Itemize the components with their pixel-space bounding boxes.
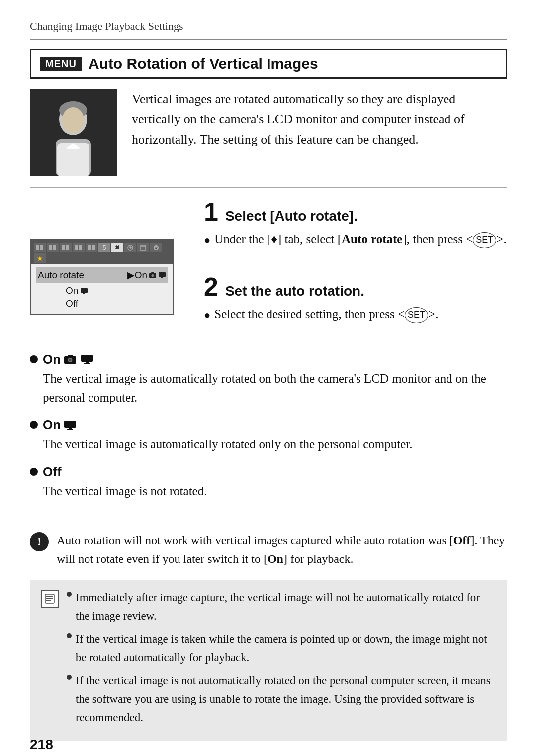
menu-item-label: Auto rotate (38, 270, 84, 281)
svg-rect-37 (69, 428, 72, 429)
option-bullet-1 (30, 355, 38, 363)
info-text-3: If the vertical image is not automatical… (76, 672, 496, 727)
svg-point-22 (152, 274, 154, 277)
step-1-bullet-text: Under the [♦] tab, select [Auto rotate],… (214, 230, 506, 249)
intro-image (30, 89, 117, 176)
svg-point-32 (69, 359, 72, 361)
svg-rect-34 (86, 362, 89, 363)
option-content-3: Off The vertical image is not rotated. (43, 464, 507, 501)
option-label-3: Off (43, 464, 62, 480)
svg-point-19 (154, 245, 159, 250)
step-2-title: Set the auto rotation. (225, 283, 364, 299)
info-icon-box (41, 590, 59, 608)
option-label-2: On (43, 418, 61, 433)
camera-menu-body: Auto rotate ▶On On (31, 264, 173, 314)
info-list-item: If the vertical image is not automatical… (67, 672, 496, 727)
steps-right: 1 Select [Auto rotate]. ● Under the [♦] … (189, 199, 507, 338)
options-section: On The vertical image is automatically r… (30, 352, 507, 501)
menu-item-value: ▶On (127, 269, 166, 281)
svg-rect-25 (160, 278, 164, 278)
option-desc-3: The vertical image is not rotated. (43, 482, 507, 501)
step-1-number: 1 (204, 199, 218, 225)
svg-rect-14 (79, 245, 82, 250)
warning-note: ! Auto rotation will not work with verti… (30, 519, 507, 568)
svg-rect-18 (141, 245, 146, 250)
intro-text: Vertical images are rotated automaticall… (132, 89, 507, 150)
svg-point-4 (62, 107, 84, 133)
page-number: 218 (30, 737, 53, 753)
intro-section: Vertical images are rotated automaticall… (30, 89, 507, 188)
svg-rect-38 (67, 429, 73, 430)
step-2-number: 2 (204, 274, 218, 300)
info-list-item: Immediately after image capture, the ver… (67, 589, 496, 626)
option-bullet-3 (30, 468, 38, 476)
step-2: 2 Set the auto rotation. ● Select the de… (204, 274, 507, 324)
svg-rect-36 (64, 421, 76, 428)
svg-rect-7 (36, 245, 39, 250)
svg-rect-10 (53, 245, 56, 250)
step-1-bullet-dot: ● (204, 232, 210, 249)
svg-rect-9 (49, 245, 52, 250)
option-content-1: On The vertical image is automatically r… (43, 352, 507, 408)
top-divider (30, 39, 507, 40)
step-1: 1 Select [Auto rotate]. ● Under the [♦] … (204, 199, 507, 249)
section-title-bar: MENU Auto Rotation of Vertical Images (30, 49, 507, 79)
info-icon (41, 590, 59, 608)
steps-left: 5 ★ (30, 199, 189, 338)
warning-icon: ! (30, 532, 49, 551)
info-text-2: If the vertical image is taken while the… (76, 630, 496, 667)
svg-rect-35 (84, 363, 90, 364)
section-title: Auto Rotation of Vertical Images (89, 55, 318, 72)
monitor-icon-2 (64, 420, 77, 430)
step-2-bullet-dot: ● (204, 307, 210, 324)
option-heading-2: On (43, 418, 507, 433)
svg-rect-23 (159, 272, 166, 277)
info-dot-3 (67, 675, 72, 680)
svg-rect-30 (68, 355, 73, 357)
info-list-item: If the vertical image is taken while the… (67, 630, 496, 667)
option-heading-3: Off (43, 464, 507, 480)
svg-rect-16 (92, 245, 95, 250)
camera-icon (64, 354, 77, 364)
steps-section: 5 ★ (30, 199, 507, 338)
info-list: Immediately after image capture, the ver… (67, 589, 496, 732)
option-item-off: Off The vertical image is not rotated. (30, 464, 507, 501)
option-bullet-2 (30, 421, 38, 429)
svg-rect-12 (66, 245, 69, 250)
svg-rect-13 (75, 245, 78, 250)
monitor-icon-1 (81, 354, 93, 364)
svg-rect-21 (151, 272, 154, 274)
camera-menu: 5 ★ (30, 239, 174, 315)
option-heading-1: On (43, 352, 507, 367)
info-dot-2 (67, 633, 72, 638)
option-item-on-monitor: On The vertical image is automatically r… (30, 418, 507, 454)
menu-badge: MENU (40, 57, 82, 71)
info-dot-1 (67, 592, 72, 597)
info-note: Immediately after image capture, the ver… (30, 580, 507, 741)
svg-rect-15 (88, 245, 91, 250)
svg-rect-28 (82, 294, 86, 294)
svg-rect-33 (81, 355, 93, 362)
step-2-bullet-text: Select the desired setting, then press <… (214, 305, 438, 324)
svg-rect-11 (62, 245, 65, 250)
camera-menu-tabs: 5 ★ (31, 240, 173, 264)
option-content-2: On The vertical image is automatically r… (43, 418, 507, 454)
step-1-body: ● Under the [♦] tab, select [Auto rotate… (204, 230, 507, 249)
option-desc-1: The vertical image is automatically rota… (43, 369, 507, 408)
option-item-on-both: On The vertical image is automatically r… (30, 352, 507, 408)
breadcrumb: Changing Image Playback Settings (30, 20, 507, 33)
svg-rect-24 (161, 277, 163, 278)
option-label-1: On (43, 352, 61, 367)
info-text-1: Immediately after image capture, the ver… (76, 589, 496, 626)
svg-rect-42 (46, 600, 51, 601)
svg-rect-40 (46, 596, 53, 597)
svg-rect-41 (46, 598, 53, 599)
svg-rect-26 (81, 288, 88, 293)
warning-text: Auto rotation will not work with vertica… (57, 531, 507, 568)
step-1-title: Select [Auto rotate]. (225, 208, 358, 224)
svg-rect-27 (83, 293, 85, 294)
step-2-body: ● Select the desired setting, then press… (204, 305, 507, 324)
option-desc-2: The vertical image is automatically rota… (43, 435, 507, 454)
svg-rect-8 (40, 245, 43, 250)
